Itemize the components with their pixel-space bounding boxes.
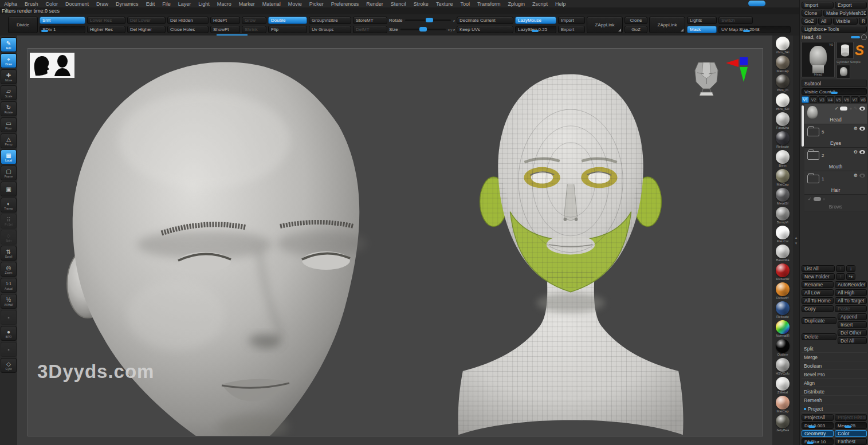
menu-item[interactable]: Edit	[146, 1, 155, 7]
dist-slider[interactable]: Dist 0.003	[802, 422, 834, 429]
tab-v2[interactable]: V2	[810, 96, 817, 103]
del-other-button[interactable]: Del Other	[838, 329, 867, 336]
menu-item[interactable]: Alpha	[4, 1, 17, 7]
simple-brush-icon[interactable]: S	[855, 44, 864, 57]
all-to-home-button[interactable]: All To Home	[802, 297, 834, 304]
actual-button[interactable]: 1:1Actual	[1, 278, 17, 293]
flip-button[interactable]: Flip	[268, 26, 307, 33]
move-down-button[interactable]: ↓	[846, 265, 855, 272]
document-area[interactable]: 3Dyyds.com	[28, 48, 763, 436]
material-swatch[interactable]: MetalSf	[776, 188, 790, 206]
eye-icon[interactable]	[859, 174, 865, 178]
menu-item[interactable]: Color	[46, 1, 58, 7]
menu-item[interactable]: Dynamics	[116, 1, 139, 7]
edit-button[interactable]: ✎Edit	[1, 37, 17, 52]
autoreorder-button[interactable]: AutoReorder	[835, 281, 867, 288]
project-history-button[interactable]: Project History	[835, 414, 867, 421]
tool-mini-slider[interactable]	[851, 36, 860, 38]
insert-button[interactable]: Insert	[838, 321, 867, 328]
menu-item[interactable]: Stroke	[414, 1, 429, 7]
bpr-button[interactable]: ●BPR	[1, 326, 17, 341]
groupvisible-button[interactable]: GroupVisible	[309, 17, 351, 24]
tab-v5[interactable]: V5	[835, 96, 842, 103]
tab-v6[interactable]: V6	[843, 96, 850, 103]
menu-item[interactable]: Transform	[477, 1, 501, 7]
import-button[interactable]: Import	[558, 17, 585, 24]
menu-item[interactable]: Stencil	[391, 1, 406, 7]
visibility-pill-icon[interactable]	[840, 107, 847, 111]
goz-all-button[interactable]: All	[818, 18, 832, 25]
unknown-tool-button-1[interactable]: ▪	[1, 310, 17, 325]
menu-item[interactable]: Document	[65, 1, 89, 7]
visible-count-slider[interactable]: Visible Count 9	[802, 88, 867, 95]
hidept-button[interactable]: HidePt	[210, 17, 240, 24]
gyro-button[interactable]: ◇Gyro	[1, 358, 17, 373]
sdiv-slider[interactable]: SDiv 1	[40, 26, 85, 33]
tool-export-button[interactable]: Export	[835, 2, 867, 9]
menu-item[interactable]: Tool	[460, 1, 470, 7]
material-swatch[interactable]: NormalR	[776, 320, 790, 338]
material-swatch[interactable]: HSVColo	[776, 358, 790, 376]
draw-button[interactable]: ⌖Draw	[1, 53, 17, 68]
mask-button[interactable]: Mask	[687, 26, 717, 33]
menu-item[interactable]: Light	[198, 1, 210, 7]
showpt-button[interactable]: ShowPt	[210, 26, 240, 33]
menu-item[interactable]: Picker	[309, 1, 324, 7]
uv-map-size-slider[interactable]: UV Map Size 2048	[718, 26, 791, 33]
menu-scroll-indicator[interactable]	[748, 1, 765, 6]
tab-v7[interactable]: V7	[851, 96, 858, 103]
eye-icon[interactable]	[859, 107, 865, 111]
align-section[interactable]: Align	[802, 380, 867, 387]
scroll-down-icon[interactable]: ▼	[795, 242, 798, 245]
keep-uvs-button[interactable]: Keep UVs	[457, 26, 513, 33]
gear-icon[interactable]: ⚙	[854, 173, 858, 178]
scale-button[interactable]: ▱Scale	[1, 85, 17, 100]
check-icon[interactable]: ✓	[835, 106, 839, 111]
zapplink-button-2[interactable]: ZAppLink	[649, 17, 685, 33]
duplicate-button[interactable]: Duplicate	[802, 317, 836, 324]
grow-button[interactable]: Grow	[242, 17, 266, 24]
move-up-button[interactable]: ↑	[836, 265, 845, 272]
paint-toggle-icon[interactable]: ✎	[854, 106, 858, 111]
secondary-head-thumbnail[interactable]	[836, 65, 850, 78]
document-canvas[interactable]: 3Dyyds.com	[17, 36, 772, 445]
shrink-button[interactable]: Shrink	[242, 26, 266, 33]
menu-item[interactable]: Brush	[25, 1, 38, 7]
new-folder-button[interactable]: New Folder	[802, 273, 835, 280]
menu-item[interactable]: File	[162, 1, 171, 7]
move-up-button-2[interactable]: ↑	[836, 273, 845, 280]
transp-button[interactable]: ◐Transp	[1, 198, 17, 212]
divide-button[interactable]: Divide	[8, 17, 38, 33]
close-holes-button[interactable]: Close Holes	[167, 26, 209, 33]
subtool-row-mouth[interactable]: 2 ⚙ Mouth	[804, 148, 867, 171]
material-swatch[interactable]: MatCap	[776, 169, 790, 187]
scroll-button[interactable]: ⇅Scroll	[1, 246, 17, 261]
switch-button[interactable]: Switch	[718, 17, 753, 24]
spin-button[interactable]: ◌Spin	[1, 230, 17, 245]
geometry-button[interactable]: Geometry	[802, 430, 834, 437]
export-button[interactable]: Export	[558, 26, 585, 33]
make-polymesh3d-button[interactable]: Make PolyMesh3D	[823, 10, 867, 17]
material-swatch[interactable]: JellyBea	[776, 415, 790, 432]
all-high-button[interactable]: All High	[835, 289, 867, 296]
active-tool-thumbnail[interactable]: Y0 Head	[802, 42, 835, 77]
axis-gizmo[interactable]	[726, 56, 752, 88]
material-scrollbar[interactable]: ▲ ▼	[793, 36, 799, 445]
menu-item[interactable]: Material	[262, 1, 281, 7]
list-all-button[interactable]: List All	[802, 265, 835, 272]
paste-button[interactable]: Paste	[835, 305, 867, 312]
pt-sel-button[interactable]: ⠿Pt Sel	[1, 214, 17, 229]
material-swatch[interactable]: Outline	[776, 339, 790, 357]
storemt-button[interactable]: StoreMT	[353, 17, 387, 24]
check-icon[interactable]: ✓	[808, 196, 812, 202]
scroll-up-icon[interactable]: ▲	[795, 236, 798, 239]
lazystep-slider[interactable]: LazyStep 0.25	[515, 26, 556, 33]
color-button[interactable]: Color	[835, 430, 867, 437]
farthest-button[interactable]: Farthest	[835, 438, 867, 445]
clone-button[interactable]: Clone	[625, 17, 647, 24]
zapplink-button[interactable]: ZAppLink	[587, 17, 623, 33]
local-button[interactable]: ▦Local	[1, 149, 17, 164]
subtool-row-eyes[interactable]: 5 ⚙ Eyes	[804, 124, 867, 148]
gear-icon[interactable]: ⚙	[854, 126, 858, 131]
material-swatch[interactable]: Blinn	[776, 150, 790, 168]
